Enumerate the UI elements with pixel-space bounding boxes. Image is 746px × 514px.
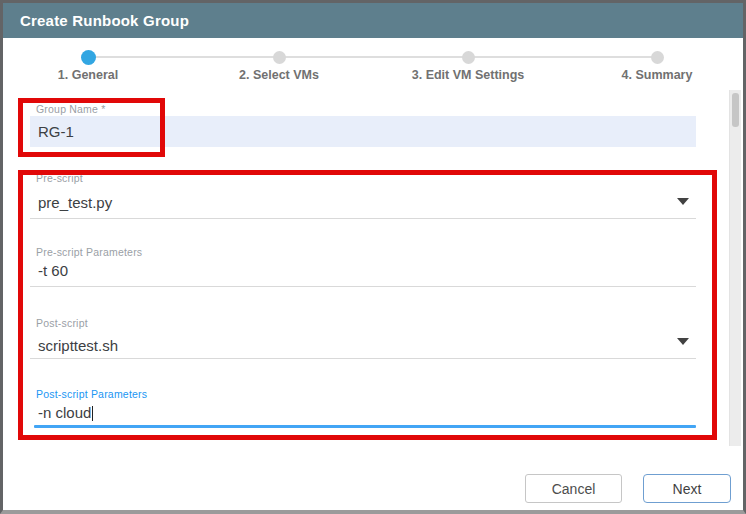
- post-script-select[interactable]: scripttest.sh: [38, 337, 118, 354]
- pre-script-select[interactable]: pre_test.py: [38, 194, 112, 211]
- pre-script-params-underline: [30, 286, 696, 287]
- dialog-header: Create Runbook Group: [3, 3, 743, 38]
- step-dot-icon: [462, 51, 475, 64]
- post-script-params-label: Post-script Parameters: [36, 388, 147, 400]
- step-dot-active-icon: [81, 50, 96, 65]
- group-name-input[interactable]: [30, 116, 696, 147]
- step-label-summary: 4. Summary: [572, 68, 742, 82]
- step-dot-icon: [273, 51, 286, 64]
- text-cursor: [92, 406, 93, 421]
- pre-script-label: Pre-script: [36, 172, 83, 184]
- dialog-title: Create Runbook Group: [20, 12, 189, 29]
- pre-script-underline: [30, 218, 696, 219]
- stepper-connector-line: [88, 56, 657, 58]
- cancel-button[interactable]: Cancel: [525, 474, 622, 503]
- step-label-edit-vm-settings: 3. Edit VM Settings: [383, 68, 553, 82]
- pre-script-params-label: Pre-script Parameters: [36, 246, 142, 258]
- chevron-down-icon[interactable]: [677, 198, 689, 205]
- group-name-label: Group Name *: [36, 103, 106, 115]
- post-script-params-input[interactable]: -n cloud: [38, 404, 93, 421]
- create-runbook-group-dialog: Create Runbook Group 1. General 2. Selec…: [0, 0, 746, 514]
- next-button[interactable]: Next: [643, 474, 731, 503]
- post-script-label: Post-script: [36, 317, 88, 329]
- scrollbar-thumb[interactable]: [732, 93, 739, 127]
- chevron-down-icon[interactable]: [677, 338, 689, 345]
- step-label-select-vms: 2. Select VMs: [194, 68, 364, 82]
- post-script-params-focus-underline: [34, 425, 696, 428]
- post-script-underline: [30, 358, 696, 359]
- pre-script-params-input[interactable]: -t 60: [38, 262, 68, 279]
- group-name-value[interactable]: RG-1: [38, 123, 74, 140]
- step-dot-icon: [651, 51, 664, 64]
- scrollbar[interactable]: [729, 90, 741, 446]
- step-label-general: 1. General: [3, 68, 173, 82]
